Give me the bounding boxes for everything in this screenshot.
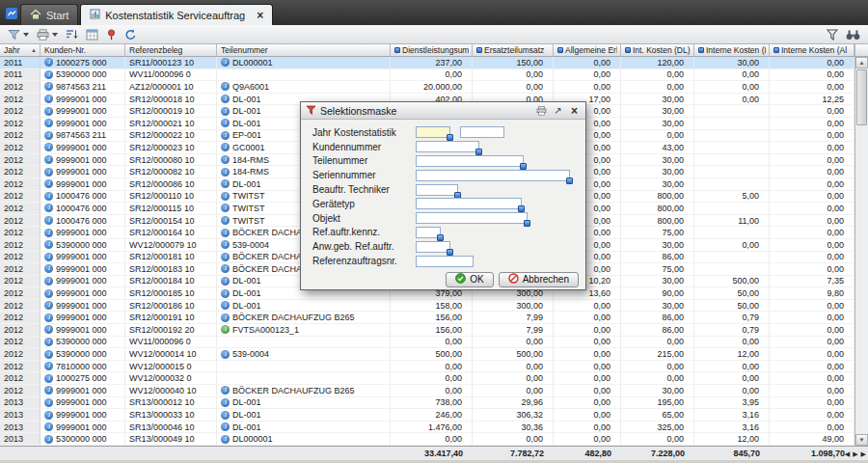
info-icon[interactable]: i bbox=[221, 82, 230, 91]
info-icon[interactable]: i bbox=[44, 131, 53, 140]
field-input-teilenummer[interactable] bbox=[416, 155, 524, 167]
info-icon[interactable]: i bbox=[221, 95, 230, 103]
info-icon[interactable]: i bbox=[44, 179, 53, 188]
table-row[interactable]: 2013i5300000 000SR13/000049 10iDL0000010… bbox=[0, 433, 854, 446]
info-icon[interactable]: i bbox=[44, 313, 53, 322]
info-icon[interactable]: i bbox=[44, 119, 53, 127]
ok-button[interactable]: OK bbox=[446, 272, 493, 287]
info-icon[interactable]: i bbox=[44, 362, 53, 370]
lookup-icon[interactable] bbox=[566, 177, 573, 184]
info-icon[interactable]: i bbox=[44, 325, 53, 334]
info-icon[interactable]: i bbox=[221, 216, 230, 225]
info-icon[interactable]: i bbox=[221, 411, 230, 420]
info-icon[interactable]: i bbox=[221, 313, 230, 322]
table-row[interactable]: 2012i9999001 000SR12/000192 20iFVTSA0001… bbox=[0, 324, 854, 337]
info-icon[interactable]: i bbox=[44, 155, 53, 164]
info-icon[interactable]: i bbox=[44, 192, 53, 201]
info-icon[interactable]: i bbox=[221, 253, 230, 261]
info-icon[interactable]: i bbox=[44, 435, 53, 444]
info-icon[interactable]: i bbox=[221, 229, 230, 237]
info-icon[interactable]: i bbox=[44, 70, 53, 79]
table-row[interactable]: 2012i9999001 000WV12/000040 10iBÖCKER DA… bbox=[0, 385, 854, 397]
field-input-ger-tetyp[interactable] bbox=[416, 198, 522, 209]
column-filter-icon[interactable] bbox=[394, 47, 400, 53]
info-icon[interactable]: i bbox=[44, 386, 53, 395]
table-row[interactable]: 2012i1000275 000WV12/000032 00,000,000,0… bbox=[0, 372, 854, 385]
info-icon[interactable]: i bbox=[44, 338, 53, 346]
info-icon[interactable]: i bbox=[221, 131, 230, 140]
table-row[interactable]: 2013i9999001 000SR13/000033 10iDL-001246… bbox=[0, 409, 854, 422]
info-icon[interactable]: i bbox=[44, 301, 53, 310]
pin-icon[interactable] bbox=[106, 27, 117, 42]
info-icon[interactable]: i bbox=[44, 95, 53, 103]
info-icon[interactable]: i bbox=[221, 350, 230, 359]
table-row[interactable]: 2012i5390000 000WV12/000014 10i539-00045… bbox=[0, 348, 854, 361]
info-icon[interactable]: i bbox=[44, 107, 53, 116]
column-header-int-kosten-dl[interactable]: Int. Kosten (DL) bbox=[621, 44, 694, 56]
dialog-close-icon[interactable]: × bbox=[568, 104, 581, 117]
info-icon[interactable]: i bbox=[221, 107, 230, 116]
field-input-referenzauftragsnr[interactable] bbox=[416, 256, 474, 267]
info-icon[interactable]: i bbox=[44, 204, 53, 212]
info-icon[interactable]: i bbox=[221, 179, 230, 188]
dialog-print-icon[interactable] bbox=[535, 104, 548, 117]
info-icon[interactable]: i bbox=[221, 192, 230, 201]
field-input-kundennummer[interactable] bbox=[416, 141, 479, 152]
table-row[interactable]: 2011i1000275 000SR11/000123 10iDL0000012… bbox=[0, 57, 854, 69]
table-row[interactable]: 2012i9999001 000SR12/000186 10iDL-001158… bbox=[0, 300, 854, 313]
page-prev-icon[interactable]: ◀ bbox=[845, 449, 850, 458]
info-icon[interactable]: i bbox=[221, 422, 230, 431]
column-filter-icon[interactable] bbox=[625, 47, 631, 53]
column-filter-icon[interactable] bbox=[557, 47, 563, 53]
table-export-icon[interactable] bbox=[86, 27, 98, 42]
info-icon[interactable]: i bbox=[44, 422, 53, 431]
table-row[interactable]: 2011i5390000 000WV11/000096 00,000,000,0… bbox=[0, 69, 854, 82]
tab-kostenstatistik[interactable]: Kostenstatistik Serviceauftrag × bbox=[80, 4, 273, 25]
scroll-down-icon[interactable]: ▼ bbox=[855, 434, 868, 446]
info-icon[interactable]: i bbox=[221, 435, 230, 444]
cancel-button[interactable]: Abbrechen bbox=[499, 272, 579, 287]
info-icon[interactable]: i bbox=[44, 58, 53, 67]
page-last-icon[interactable]: ▶ bbox=[861, 449, 866, 458]
column-header-interne-kosten-al[interactable]: Interne Kosten (Al bbox=[770, 44, 854, 56]
vertical-scrollbar[interactable]: ▲ ▼ bbox=[854, 44, 868, 446]
info-icon[interactable]: i bbox=[221, 289, 230, 298]
table-row[interactable]: 2013i9999001 000SR13/000012 10iDL-001738… bbox=[0, 397, 854, 410]
info-icon[interactable]: i bbox=[44, 374, 53, 383]
info-icon[interactable]: i bbox=[44, 82, 53, 91]
info-icon[interactable]: i bbox=[221, 301, 230, 310]
lookup-icon[interactable] bbox=[524, 220, 530, 227]
info-icon[interactable]: i bbox=[44, 398, 53, 407]
info-icon[interactable]: i bbox=[44, 229, 53, 237]
info-icon[interactable]: i bbox=[221, 58, 230, 67]
info-icon[interactable]: i bbox=[221, 204, 230, 212]
info-icon[interactable]: i bbox=[221, 264, 230, 273]
info-icon[interactable]: i bbox=[221, 119, 230, 127]
info-icon[interactable]: i bbox=[44, 350, 53, 359]
info-icon[interactable]: i bbox=[44, 168, 53, 177]
column-header-ersatzteilumsatz[interactable]: Ersatzteilumsatz bbox=[473, 44, 554, 56]
column-filter-icon[interactable] bbox=[773, 47, 779, 53]
tab-start[interactable]: Start bbox=[20, 4, 78, 25]
info-icon[interactable]: i bbox=[221, 325, 230, 334]
table-row[interactable]: 2012i5390000 000WV11/000096 00,000,000,0… bbox=[0, 337, 854, 349]
page-next-icon[interactable]: ▶ bbox=[853, 449, 857, 458]
info-icon[interactable]: i bbox=[44, 264, 53, 273]
info-icon[interactable]: i bbox=[221, 155, 230, 164]
info-icon[interactable]: i bbox=[44, 289, 53, 298]
info-icon[interactable]: i bbox=[221, 386, 230, 395]
info-icon[interactable]: i bbox=[44, 216, 53, 225]
column-filter-icon[interactable] bbox=[476, 47, 482, 53]
column-header-teilenummer[interactable]: Teilenummer bbox=[217, 44, 391, 56]
dialog-titlebar[interactable]: Selektionsmaske ↗ × bbox=[301, 102, 585, 120]
table-row[interactable]: 2012i7810000 000WV12/000015 00,000,000,0… bbox=[0, 361, 854, 373]
app-icon[interactable] bbox=[3, 3, 20, 24]
field-input-seriennummer[interactable] bbox=[416, 170, 570, 181]
field-input-jahr-kostenstatistik[interactable] bbox=[416, 126, 450, 138]
field-input-jahr-kostenstatistik[interactable] bbox=[460, 126, 504, 138]
filter-funnel-icon[interactable] bbox=[827, 27, 838, 42]
column-header-interne-kosten-ers[interactable]: Interne Kosten (Ers bbox=[694, 44, 770, 56]
column-header-dienstleistungsums[interactable]: Dienstleistungsums... bbox=[391, 44, 473, 56]
info-icon[interactable]: i bbox=[221, 168, 230, 177]
binoculars-icon[interactable] bbox=[846, 27, 860, 42]
